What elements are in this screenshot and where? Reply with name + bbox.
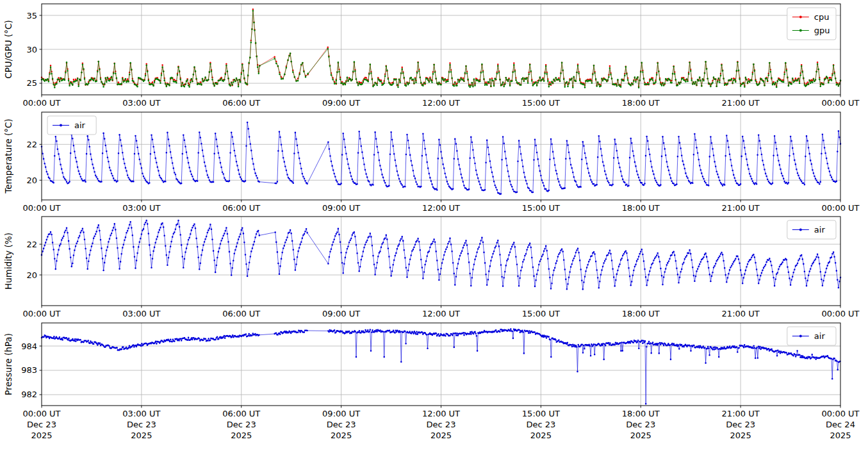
legend: air [787, 327, 836, 345]
x-tick-date-label: Dec 23 [526, 420, 555, 429]
legend-label-air: air [814, 225, 826, 235]
legend-marker-dot [60, 124, 62, 127]
x-tick-date-label: Dec 23 [427, 420, 456, 429]
x-tick-label: 15:00 UT [522, 98, 560, 108]
legend-label-air: air [74, 120, 86, 130]
x-tick-label: 21:00 UT [722, 409, 760, 418]
y-tick-label: 983 [21, 365, 37, 375]
x-tick-date-label: Dec 23 [227, 420, 256, 429]
x-tick-label: 00:00 UT [821, 203, 859, 213]
y-tick-label: 982 [21, 390, 37, 399]
x-tick-label: 03:00 UT [122, 98, 160, 108]
panel-air-pressure: 00:00 UTDec 23202503:00 UTDec 23202506:0… [3, 323, 860, 440]
y-axis-label-air-humidity: Humidity (%) [3, 233, 13, 290]
x-tick-label: 00:00 UT [821, 98, 859, 108]
x-tick-label: 18:00 UT [622, 409, 660, 418]
x-tick-label: 06:00 UT [222, 409, 260, 418]
y-axis-label-air-temperature: Temperature (°C) [3, 119, 13, 194]
legend-marker-dot [799, 229, 802, 231]
x-tick-year-label: 2025 [530, 431, 552, 440]
x-tick-label: 00:00 UT [22, 98, 60, 108]
x-tick-label: 00:00 UT [821, 409, 859, 418]
x-tick-year-label: 2025 [430, 431, 452, 440]
x-tick-label: 09:00 UT [322, 98, 360, 108]
x-tick-label: 00:00 UT [22, 309, 60, 318]
x-tick-label: 09:00 UT [322, 309, 360, 318]
x-tick-label: 21:00 UT [722, 98, 760, 108]
panel-air-humidity: 00:00 UT03:00 UT06:00 UT09:00 UT12:00 UT… [3, 217, 860, 318]
y-tick-label: 20 [26, 270, 37, 280]
x-tick-label: 09:00 UT [322, 409, 360, 418]
x-tick-label: 12:00 UT [422, 409, 460, 418]
y-axis-label-air-pressure: Pressure (hPa) [3, 333, 13, 395]
x-tick-label: 12:00 UT [422, 309, 460, 318]
x-tick-date-label: Dec 23 [127, 420, 156, 429]
y-tick-label: 30 [26, 45, 37, 54]
y-tick-label: 20 [26, 176, 37, 185]
x-tick-label: 00:00 UT [821, 309, 859, 318]
y-axis-label-cpu-gpu-temperature: CPU/GPU (°C) [3, 20, 13, 78]
x-tick-date-label: Dec 23 [626, 420, 655, 429]
x-tick-label: 15:00 UT [522, 409, 560, 418]
x-tick-label: 15:00 UT [522, 203, 560, 213]
legend: cpugpu [787, 8, 836, 40]
x-tick-label: 15:00 UT [522, 309, 560, 318]
x-tick-year-label: 2025 [331, 431, 352, 440]
x-tick-label: 09:00 UT [322, 203, 360, 213]
x-tick-year-label: 2025 [231, 431, 252, 440]
legend-label-cpu: cpu [814, 12, 830, 22]
x-tick-label: 06:00 UT [222, 98, 260, 108]
y-tick-label: 984 [21, 342, 37, 351]
x-tick-label: 00:00 UT [22, 409, 60, 418]
x-tick-label: 18:00 UT [622, 309, 660, 318]
sensor-timeseries-figure: 00:00 UT03:00 UT06:00 UT09:00 UT12:00 UT… [0, 0, 868, 453]
charts-canvas: 00:00 UT03:00 UT06:00 UT09:00 UT12:00 UT… [0, 0, 868, 453]
x-tick-date-label: Dec 23 [327, 420, 356, 429]
y-tick-label: 22 [26, 240, 37, 249]
panel-cpu-gpu-temperature: 00:00 UT03:00 UT06:00 UT09:00 UT12:00 UT… [3, 4, 860, 108]
x-tick-date-label: Dec 24 [826, 420, 855, 429]
x-tick-date-label: Dec 23 [726, 420, 755, 429]
legend: air [47, 116, 96, 135]
x-tick-year-label: 2025 [730, 431, 751, 440]
x-tick-year-label: 2025 [131, 431, 152, 440]
x-tick-year-label: 2025 [830, 431, 851, 440]
x-tick-date-label: Dec 23 [27, 420, 56, 429]
x-tick-label: 18:00 UT [622, 203, 660, 213]
x-tick-label: 21:00 UT [722, 309, 760, 318]
x-tick-label: 03:00 UT [122, 409, 160, 418]
x-tick-label: 03:00 UT [122, 309, 160, 318]
legend-marker-dot [799, 16, 802, 19]
legend-marker-dot [799, 29, 802, 32]
x-tick-label: 18:00 UT [622, 98, 660, 108]
x-tick-label: 12:00 UT [422, 98, 460, 108]
legend-label-air: air [814, 331, 826, 341]
x-tick-label: 03:00 UT [122, 203, 160, 213]
x-tick-label: 21:00 UT [722, 203, 760, 213]
y-tick-label: 35 [26, 11, 37, 21]
legend: air [787, 220, 836, 239]
x-tick-label: 00:00 UT [22, 203, 60, 213]
y-tick-label: 22 [26, 140, 37, 149]
legend-marker-dot [799, 335, 802, 338]
x-tick-label: 06:00 UT [222, 203, 260, 213]
legend-label-gpu: gpu [814, 26, 830, 35]
x-tick-label: 06:00 UT [222, 309, 260, 318]
x-tick-year-label: 2025 [630, 431, 651, 440]
panel-air-temperature: 00:00 UT03:00 UT06:00 UT09:00 UT12:00 UT… [3, 112, 860, 213]
y-tick-label: 25 [26, 78, 37, 88]
x-tick-label: 12:00 UT [422, 203, 460, 213]
x-tick-year-label: 2025 [31, 431, 52, 440]
